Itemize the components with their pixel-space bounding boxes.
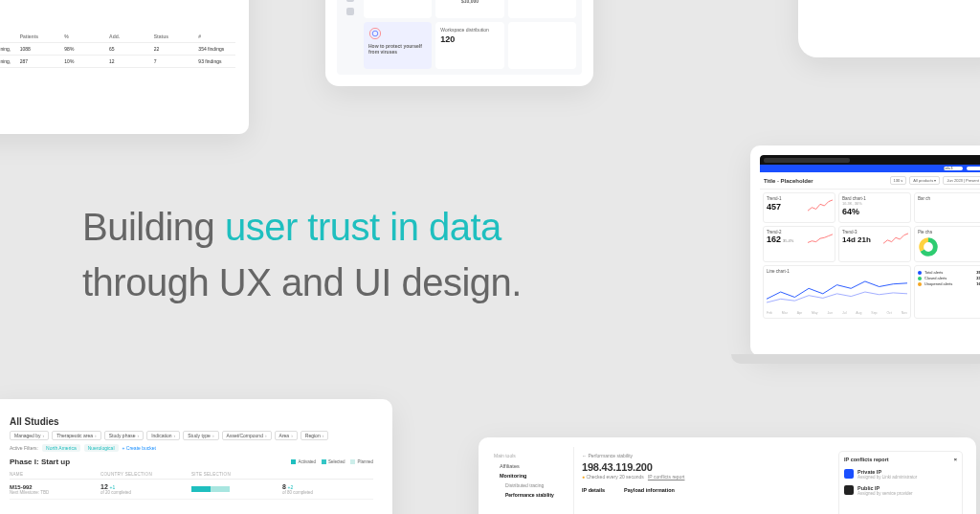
filter-chip[interactable]: Area xyxy=(275,431,298,440)
tablet-sidebar xyxy=(343,0,358,69)
nav-item[interactable]: Affiliates xyxy=(494,461,568,471)
create-bucket-link[interactable]: + Create bucket xyxy=(122,445,156,451)
filter-chip[interactable]: Study type xyxy=(183,431,218,440)
mockup-phone-top-right: Investments 01:24 pm + $60 xyxy=(798,0,980,57)
chip[interactable]: 130 s xyxy=(890,176,907,185)
page-title: Title - Placeholder xyxy=(764,178,813,184)
kpi-trend-3[interactable]: Trend-3 14d 21h xyxy=(838,226,911,262)
headline-post: through UX and UI design. xyxy=(82,261,522,303)
active-filter-tag[interactable]: Nuerological xyxy=(84,444,119,452)
tab-links[interactable]: Links 6 xyxy=(944,167,963,170)
filter-chip[interactable]: Region xyxy=(301,431,329,440)
card-empty xyxy=(508,22,576,69)
laptop-base xyxy=(731,354,980,364)
card-donut[interactable]: Money Distribution $10,000 xyxy=(435,0,503,18)
search-input[interactable] xyxy=(764,158,850,163)
main-headline: Building user trust in data through UX a… xyxy=(82,199,522,310)
nav-item-monitoring[interactable]: Monitoring xyxy=(494,471,568,480)
legend-panel: Total alerts398 Closed alerts231 Unopene… xyxy=(914,265,980,319)
svg-point-8 xyxy=(372,31,378,36)
phase-heading: Phase I: Start up xyxy=(10,458,70,466)
report-title: IP conflicts report xyxy=(844,457,889,462)
mockup-monitoring-panel: Main tools Affiliates Monitoring Distrib… xyxy=(479,437,976,514)
filter-chip[interactable]: Managed by xyxy=(10,431,49,440)
filter-chip[interactable]: Asset/Compound xyxy=(222,431,272,440)
studies-table-header: NAME COUNTRY SELECTION SITE SELECTION xyxy=(10,470,373,480)
line-chart: March 01, 2023 36% 29% xyxy=(0,0,241,17)
report-item[interactable]: Public IPAssigned by service provider xyxy=(844,482,957,499)
breadcrumb[interactable]: ← Performance stability xyxy=(582,453,831,458)
ip-details-header: IP details xyxy=(582,487,605,493)
nav-subitem-active[interactable]: Performance stability xyxy=(494,490,568,500)
laptop-topbar xyxy=(760,155,980,165)
ip-public-icon xyxy=(844,485,854,495)
card-promo[interactable]: How to protect yourself from viruses xyxy=(364,22,432,69)
close-icon[interactable]: × xyxy=(954,457,957,462)
sidebar-icon[interactable] xyxy=(346,0,354,2)
headline-pre: Building xyxy=(82,206,225,248)
active-filters-label: Active Filters: xyxy=(10,445,38,451)
laptop-tabbar: Links 6 xyxy=(760,165,980,172)
filter-chip[interactable]: Indication xyxy=(146,431,180,440)
card-physical-count[interactable]: Physical count 567 xyxy=(364,0,432,18)
report-item[interactable]: Private IPAssigned by Linki administrato… xyxy=(844,466,957,482)
sparkline-icon xyxy=(808,197,833,214)
kpi-bard-1[interactable]: Bard chart-1 16.3K, 36% 64% xyxy=(838,192,911,223)
payload-header: Payload information xyxy=(624,487,675,493)
monitoring-nav: Main tools Affiliates Monitoring Distrib… xyxy=(488,447,574,514)
tab[interactable] xyxy=(967,167,980,170)
sparkline-icon xyxy=(883,231,908,248)
card-profit[interactable]: Company Profit xyxy=(508,0,576,18)
analytics-table: ics Name Patients % Add. Status # Intern… xyxy=(0,17,241,74)
nav-subitem[interactable]: Distributed tracing xyxy=(494,480,568,490)
svg-point-7 xyxy=(369,28,380,38)
kpi-bar-ch[interactable]: Bar ch xyxy=(914,192,980,223)
kpi-line-chart[interactable]: Line chart-1 Feb Mar Apr May Jun Jul Aug… xyxy=(763,265,911,319)
mockup-studies-panel: All Studies Managed by Therapeutic area … xyxy=(0,399,392,514)
kpi-trend-2[interactable]: Trend-2 16235.4% xyxy=(763,226,835,262)
shield-icon xyxy=(368,27,382,40)
mockup-analytics-top-left: March 01, 2023 36% 29% ics Name Patients… xyxy=(0,0,249,134)
table-header: Name Patients % Add. Status # xyxy=(0,31,235,43)
sidebar-icon[interactable] xyxy=(346,8,354,15)
study-row[interactable]: M15-992 Next Milestone: TBD 12 +1 of 20 … xyxy=(10,480,373,500)
line-chart-svg xyxy=(767,274,907,310)
chip-products[interactable]: All products ▾ xyxy=(909,176,940,185)
mockup-laptop-right: Links 6 Title - Placeholder 130 s All pr… xyxy=(750,145,980,356)
pie-icon xyxy=(918,236,939,257)
study-milestone: Next Milestone: TBD xyxy=(10,490,100,495)
line-chart-svg xyxy=(0,0,234,2)
active-filter-tag[interactable]: North America xyxy=(42,444,80,452)
headline-accent: user trust in data xyxy=(225,206,501,248)
mockup-dashboard-tablet: Physical count 567 Money Distribution $1… xyxy=(325,0,593,86)
kpi-pie[interactable]: Pie cha xyxy=(914,226,980,262)
kpi-trend-1[interactable]: Trend-1 457 xyxy=(763,192,835,223)
ip-check-interval: Checked every 20 seconds xyxy=(586,474,643,480)
ip-private-icon xyxy=(844,469,854,479)
card-workspace[interactable]: Workspace distribution 120 xyxy=(435,22,503,69)
filter-row: Managed by Therapeutic area Study phase … xyxy=(10,431,373,440)
nav-section-header: Main tools xyxy=(494,453,568,458)
table-row[interactable]: Internal Training, Session 3 287 10% 12 … xyxy=(0,56,235,68)
studies-heading: All Studies xyxy=(10,416,373,427)
ip-conflicts-report: IP conflicts report × Private IPAssigned… xyxy=(838,451,963,514)
chip-daterange[interactable]: Jun 2023 | Present ▾ xyxy=(943,176,980,185)
filter-chip[interactable]: Study phase xyxy=(104,431,144,440)
sparkline-icon xyxy=(808,231,833,248)
phase-legend: Activated Selected Planned xyxy=(291,459,373,464)
ip-conflicts-link[interactable]: IP conflicts report xyxy=(648,474,685,480)
ip-address: 198.43.119.200 xyxy=(582,461,831,473)
filter-chip[interactable]: Therapeutic area xyxy=(52,431,100,440)
table-title: ics xyxy=(0,23,235,29)
table-row[interactable]: Internal Training, Session 2 1088 98% 65… xyxy=(0,43,235,56)
